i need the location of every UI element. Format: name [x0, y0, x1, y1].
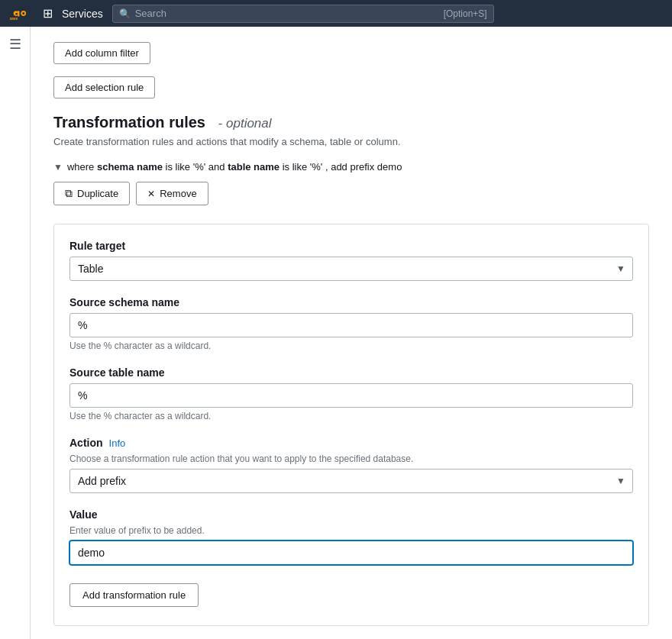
- search-icon: 🔍: [119, 8, 131, 19]
- source-schema-label: Source schema name: [69, 296, 633, 308]
- add-column-filter-button[interactable]: Add column filter: [53, 42, 150, 64]
- rule-target-label: Rule target: [69, 240, 633, 252]
- transformation-section: Transformation rules - optional Create t…: [53, 114, 649, 626]
- search-input[interactable]: [135, 8, 439, 19]
- rule-target-select[interactable]: Table Schema Column: [69, 257, 633, 281]
- top-action-buttons: Add column filter: [53, 42, 649, 64]
- search-bar[interactable]: 🔍 [Option+S]: [112, 5, 494, 23]
- duplicate-icon: [65, 187, 73, 200]
- value-input[interactable]: [69, 541, 633, 565]
- source-table-label: Source table name: [69, 366, 633, 379]
- value-hint: Enter value of prefix to be added.: [69, 525, 633, 536]
- action-group: Action Info Choose a transformation rule…: [69, 437, 633, 493]
- rule-text: where schema name is like '%' and table …: [67, 161, 402, 173]
- duplicate-label: Duplicate: [77, 188, 118, 199]
- add-transformation-rule-button[interactable]: Add transformation rule: [69, 583, 199, 607]
- action-select[interactable]: Add prefix Add suffix Remove prefix Remo…: [69, 469, 633, 493]
- main-wrapper: Add column filter Add selection rule Tra…: [31, 27, 672, 639]
- add-transformation-rule-label: Add transformation rule: [82, 589, 186, 601]
- section-description: Create transformation rules and actions …: [53, 136, 649, 147]
- source-schema-group: Source schema name Use the % character a…: [69, 296, 633, 351]
- search-shortcut: [Option+S]: [444, 8, 487, 19]
- optional-label: - optional: [218, 116, 272, 131]
- add-column-filter-label: Add column filter: [65, 47, 139, 59]
- source-table-hint: Use the % character as a wildcard.: [69, 411, 633, 421]
- services-nav-label[interactable]: Services: [62, 8, 103, 20]
- top-navigation: aws ⊞ Services 🔍 [Option+S]: [0, 0, 672, 27]
- remove-button[interactable]: Remove: [136, 182, 208, 205]
- remove-label: Remove: [160, 188, 196, 199]
- action-label-row: Action Info: [69, 437, 633, 449]
- rule-arrow-icon: ▼: [53, 161, 63, 173]
- menu-icon[interactable]: ☰: [9, 36, 21, 53]
- add-selection-rule-button[interactable]: Add selection rule: [53, 76, 155, 98]
- sidebar: ☰: [0, 27, 31, 639]
- action-description: Choose a transformation rule action that…: [69, 453, 633, 464]
- aws-logo[interactable]: aws: [9, 6, 34, 21]
- value-group: Value Enter value of prefix to be added.: [69, 508, 633, 565]
- grid-icon[interactable]: ⊞: [43, 6, 53, 21]
- rule-table-name: table name: [228, 161, 279, 173]
- section-title: Transformation rules - optional: [53, 114, 649, 131]
- source-table-input[interactable]: [69, 383, 633, 408]
- duplicate-button[interactable]: Duplicate: [53, 182, 130, 205]
- source-schema-input[interactable]: [69, 313, 633, 337]
- remove-icon: [147, 188, 155, 199]
- add-selection-rule-label: Add selection rule: [65, 82, 144, 93]
- rule-target-group: Rule target Table Schema Column ▼: [69, 240, 633, 281]
- transformation-form: Rule target Table Schema Column ▼ Source…: [53, 224, 649, 626]
- source-schema-hint: Use the % character as a wildcard.: [69, 340, 633, 351]
- rule-target-select-wrapper: Table Schema Column ▼: [69, 257, 633, 281]
- rule-row: ▼ where schema name is like '%' and tabl…: [53, 161, 649, 173]
- action-select-wrapper: Add prefix Add suffix Remove prefix Remo…: [69, 469, 633, 493]
- main-content: Add column filter Add selection rule Tra…: [31, 27, 672, 639]
- source-table-group: Source table name Use the % character as…: [69, 366, 633, 421]
- svg-text:aws: aws: [10, 16, 18, 21]
- rule-action-buttons: Duplicate Remove: [53, 182, 649, 205]
- action-info-link[interactable]: Info: [109, 437, 126, 449]
- value-label: Value: [69, 508, 633, 521]
- rule-schema-name: schema name: [97, 161, 163, 173]
- action-label: Action: [69, 437, 103, 449]
